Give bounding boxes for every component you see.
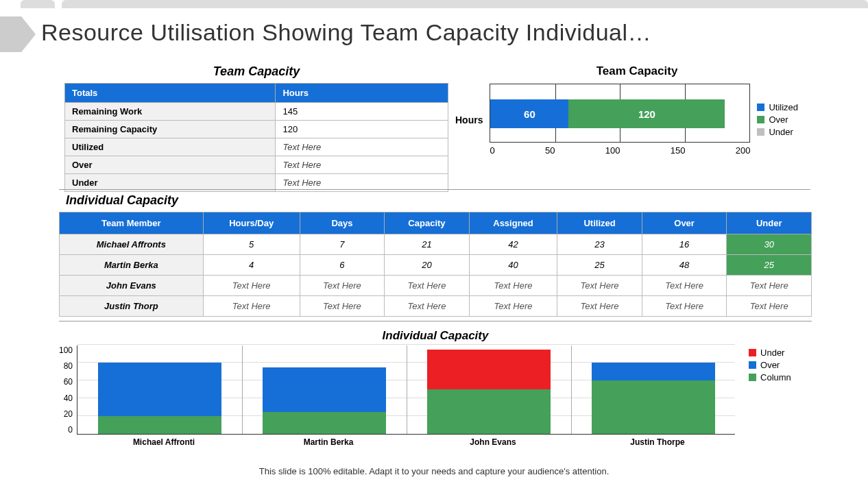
bar (592, 363, 715, 434)
x-label: Justin Thorpe (575, 437, 740, 447)
table-row: Michael Affronts572142231630 (60, 234, 812, 255)
table-row-label: Remaining Capacity (65, 121, 276, 138)
divider (59, 321, 812, 321)
table-row-value: 120 (276, 121, 448, 138)
table-row-label: Over (65, 156, 276, 174)
table-row: Martin Berka462040254825 (60, 255, 812, 276)
team-capacity-table-title: Team Capacity (64, 64, 448, 79)
page-title: Resource Utilisation Showing Team Capaci… (41, 19, 651, 46)
th: Over (642, 212, 727, 234)
legend-item: Column (749, 372, 791, 382)
bar (98, 363, 221, 434)
individual-capacity-table: Team MemberHours/DayDaysCapacityAssigned… (59, 212, 812, 317)
team-capacity-table: Totals Hours Remaining Work145Remaining … (64, 83, 448, 192)
footer-text: This slide is 100% editable. Adapt it to… (0, 466, 868, 476)
legend-item: Under (757, 127, 798, 137)
team-chart-xaxis: 050100150200 (490, 145, 750, 156)
th: Utilized (557, 212, 642, 234)
legend-item: Utilized (757, 102, 798, 112)
table-row: John EvansText HereText HereText HereTex… (60, 276, 812, 296)
chevron-icon (0, 16, 36, 52)
team-chart-plot: 60120 (490, 84, 750, 143)
bar-segment: 60 (490, 99, 568, 128)
individual-chart-xaxis: Michael AffrontiMartin BerkaJohn EvansJu… (82, 437, 740, 447)
th: Assigned (469, 212, 557, 234)
legend-item: Under (749, 348, 791, 358)
th-totals: Totals (65, 84, 276, 103)
individual-chart-title: Individual Capacity (59, 329, 812, 343)
table-row-value: Text Here (276, 156, 448, 174)
table-row: Justin ThorpText HereText HereText HereT… (60, 296, 812, 317)
table-row-label: Utilized (65, 138, 276, 156)
individual-chart-plot (77, 345, 735, 435)
team-capacity-chart: Team Capacity Hours 60120 050100150200 U… (455, 64, 819, 156)
x-label: Martin Berka (246, 437, 411, 447)
team-capacity-section: Team Capacity Totals Hours Remaining Wor… (64, 64, 812, 192)
team-chart-title: Team Capacity (455, 64, 819, 78)
table-row-label: Remaining Work (65, 103, 276, 121)
individual-capacity-title: Individual Capacity (66, 193, 812, 208)
divider (59, 189, 810, 190)
table-row-value: 145 (276, 103, 448, 121)
legend-item: Over (749, 360, 791, 370)
x-label: Michael Affronti (82, 437, 246, 447)
individual-chart-legend: UnderOverColumn (749, 345, 791, 435)
team-chart-legend: UtilizedOverUnder (757, 100, 798, 139)
x-label: John Evans (411, 437, 575, 447)
individual-capacity-section: Individual Capacity Team MemberHours/Day… (59, 193, 812, 317)
individual-chart-yaxis: 100806040200 (59, 345, 77, 435)
th: Capacity (385, 212, 470, 234)
bar-segment: 120 (568, 99, 725, 128)
top-decoration (0, 0, 868, 10)
legend-item: Over (757, 114, 798, 125)
th-hours: Hours (276, 84, 448, 103)
th: Days (300, 212, 385, 234)
individual-capacity-chart-section: Individual Capacity 100806040200 UnderOv… (59, 329, 812, 447)
title-bar: Resource Utilisation Showing Team Capaci… (0, 16, 868, 52)
team-chart-ylabel: Hours (455, 114, 483, 125)
th: Team Member (60, 212, 204, 234)
th: Hours/Day (203, 212, 300, 234)
bar (427, 350, 551, 435)
table-row-value: Text Here (276, 138, 448, 156)
th: Under (727, 212, 812, 234)
bar (263, 367, 386, 435)
